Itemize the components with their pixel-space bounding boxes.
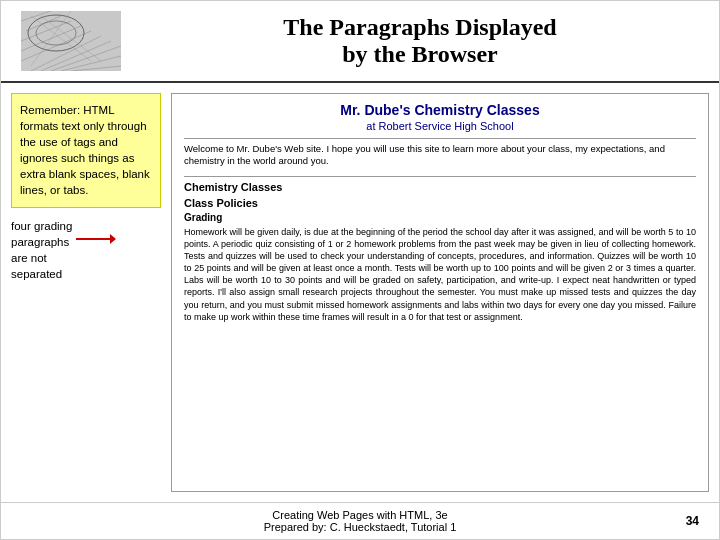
browser-site-title: Mr. Dube's Chemistry Classes [184, 102, 696, 118]
divider1 [184, 138, 696, 139]
browser-simulation: Mr. Dube's Chemistry Classes at Robert S… [171, 93, 709, 492]
footer: Creating Web Pages with HTML, 3e Prepare… [1, 502, 719, 539]
title-line2: by the Browser [141, 41, 699, 68]
browser-welcome-text: Welcome to Mr. Dube's Web site. I hope y… [184, 143, 696, 168]
title-line1: The Paragraphs Displayed [141, 14, 699, 41]
main-content: Remember: HTML formats text only through… [1, 83, 719, 502]
note-box: Remember: HTML formats text only through… [11, 93, 161, 208]
label-line1: four grading [11, 218, 72, 234]
browser-section2: Class Policies [184, 197, 696, 209]
sidebar: Remember: HTML formats text only through… [11, 93, 161, 492]
divider2 [184, 176, 696, 177]
arrow-icon [76, 232, 116, 250]
label-line4: separated [11, 266, 72, 282]
footer-line2: Prepared by: C. Hueckstaedt, Tutorial 1 [264, 521, 457, 533]
page-number: 34 [686, 514, 699, 528]
browser-subtitle: at Robert Service High School [184, 120, 696, 132]
logo [21, 11, 121, 71]
svg-marker-17 [110, 234, 116, 244]
header: The Paragraphs Displayed by the Browser [1, 1, 719, 83]
label-line3: are not [11, 250, 72, 266]
four-grading-label: four grading paragraphs are not separate… [11, 218, 72, 282]
browser-grading-text: Homework will be given daily, is due at … [184, 226, 696, 323]
browser-section3: Grading [184, 212, 696, 223]
label-line2: paragraphs [11, 234, 72, 250]
footer-text: Creating Web Pages with HTML, 3e Prepare… [264, 509, 457, 533]
slide-title: The Paragraphs Displayed by the Browser [141, 14, 699, 68]
note-text: Remember: HTML formats text only through… [20, 104, 150, 196]
browser-section1: Chemistry Classes [184, 181, 696, 193]
arrow-section: four grading paragraphs are not separate… [11, 218, 161, 282]
footer-line1: Creating Web Pages with HTML, 3e [264, 509, 457, 521]
